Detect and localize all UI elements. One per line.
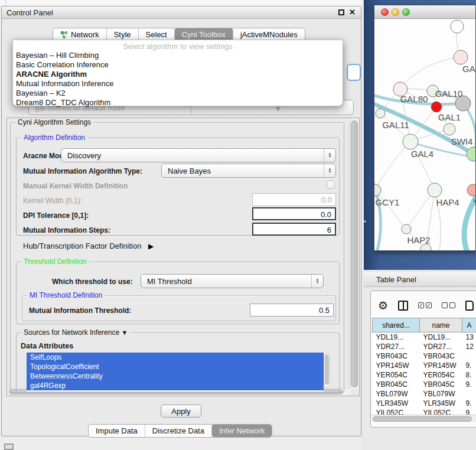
algorithm-dropdown-placeholder: Select algorithm to view settings — [13, 40, 343, 51]
hub-transcription-factor-section[interactable]: Hub/Transcription Factor Definition ▶ — [23, 242, 154, 250]
table-cell: YLR345W — [420, 399, 462, 408]
table-row[interactable]: YBR045CYBR045C9. — [373, 380, 476, 389]
table-cell: YBR043C — [373, 351, 420, 361]
table-header-name[interactable]: name — [420, 318, 462, 332]
document-icon[interactable] — [465, 301, 474, 311]
tab-impute-data[interactable]: Impute Data — [89, 425, 145, 437]
deselect-columns-icon[interactable] — [442, 302, 455, 308]
table-horizontal-scrollbar-thumb[interactable] — [373, 416, 472, 422]
node-gcy1[interactable] — [374, 184, 381, 196]
table-panel-titlebar[interactable]: Table Panel — [364, 272, 476, 287]
table-row[interactable]: YDL19...YDL19...13 — [373, 332, 476, 342]
panel-edge-tick — [5, 0, 6, 6]
collapsed-panel-icon[interactable] — [4, 444, 14, 450]
table-cell: YPR145W — [373, 361, 420, 370]
attributes-scrollbar[interactable] — [324, 354, 330, 388]
network-icon — [60, 31, 68, 39]
manual-kernel-width-checkbox[interactable] — [327, 181, 335, 189]
node-label-GAL11: GAL11 — [382, 120, 409, 130]
zoom-traffic-light[interactable] — [402, 8, 410, 16]
tab-discretize-data[interactable]: Discretize Data — [145, 425, 212, 437]
table-toolbar: ⚙ ✓✓ — [378, 298, 474, 313]
close-icon[interactable]: ✕ — [349, 8, 356, 17]
tab-infer-network[interactable]: Infer Network — [212, 425, 272, 437]
table-header-shared...[interactable]: shared... — [373, 318, 420, 332]
data-attribute-item[interactable]: TopologicalCoefficient — [27, 362, 324, 371]
algorithm-option[interactable]: Dream8 DC_TDC Algorithm — [13, 98, 343, 107]
table-row[interactable]: YLR345WYLR345W9. — [373, 399, 476, 408]
table-horizontal-scrollbar[interactable] — [371, 415, 476, 422]
table-cell: YBR043C — [420, 351, 462, 361]
columns-icon[interactable] — [398, 301, 408, 311]
node-hap4[interactable] — [428, 183, 442, 197]
vertical-scrollbar-thumb[interactable] — [351, 120, 358, 387]
checked-box-icon: ✓ — [426, 302, 432, 308]
tab-style[interactable]: Style — [107, 28, 139, 41]
table-cell: 8. — [462, 370, 476, 380]
node-pink-right[interactable] — [467, 184, 475, 196]
unchecked-box-icon — [442, 302, 448, 308]
tab-network[interactable]: Network — [53, 28, 107, 41]
table-row[interactable]: YBL079WYBL079W — [373, 389, 476, 399]
table-cell: YBL079W — [373, 389, 420, 399]
algorithm-option[interactable]: Bayesian – K2 — [13, 89, 343, 98]
table-cell: 9. — [462, 380, 476, 389]
select-columns-icon[interactable]: ✓✓ — [418, 302, 432, 308]
panel-drag-handle[interactable]: ◂ — [363, 219, 367, 224]
data-attributes-list[interactable]: SelfLoopsTopologicalCoefficientBetweenne… — [27, 353, 324, 392]
tab-jactivemnodules[interactable]: jActiveMNodules — [233, 28, 305, 41]
node-gal-topright[interactable] — [454, 50, 468, 64]
data-attribute-item[interactable]: BetweennessCentrality — [27, 371, 324, 381]
algorithm-option[interactable]: Mutual Information Inference — [13, 79, 343, 89]
node-label-GAL4: GAL4 — [411, 149, 433, 159]
vertical-scrollbar[interactable] — [350, 119, 358, 389]
node-hap2[interactable] — [402, 224, 411, 234]
network-canvas[interactable]: GALGAL80GAL10GAL1GAL11GAL4SWI4GCY1HAP4YH… — [374, 19, 475, 250]
kernel-width-field[interactable]: 0.0 — [252, 193, 336, 206]
close-traffic-light[interactable] — [381, 8, 389, 16]
table-row[interactable]: YDR27...YDR27...12 — [373, 342, 476, 351]
tab-select[interactable]: Select — [139, 28, 175, 41]
table-cell: 9. — [462, 399, 476, 408]
table-cell: YBR045C — [420, 380, 462, 389]
mi-steps-field[interactable]: 6 — [252, 223, 336, 236]
table-cell: 13 — [462, 332, 476, 342]
gear-icon[interactable]: ⚙ — [378, 299, 388, 312]
node-gal1[interactable] — [444, 123, 455, 135]
network-window-titlebar[interactable] — [374, 5, 475, 19]
node-top-partial[interactable] — [451, 20, 464, 33]
node-gal11[interactable] — [376, 109, 385, 118]
algorithm-dropdown: Select algorithm to view settings Bayesi… — [12, 40, 343, 106]
table-header-A[interactable]: A — [462, 318, 476, 332]
algorithm-option[interactable]: Bayesian – Hill Climbing — [13, 51, 343, 60]
which-threshold-combo[interactable]: MI Threshold ▲▼ — [141, 274, 324, 288]
aracne-mode-value: Discovery — [61, 151, 324, 160]
table-row[interactable]: YER054CYER054C8. — [373, 370, 476, 380]
table-row[interactable]: YBR043CYBR043C — [373, 351, 476, 361]
attributes-scrollbar-thumb[interactable] — [325, 355, 329, 384]
float-window-icon[interactable] — [338, 9, 344, 15]
minimize-traffic-light[interactable] — [392, 8, 399, 16]
expanded-arrow-icon[interactable]: ▼ — [121, 329, 128, 336]
table-cell: YBL079W — [420, 389, 462, 399]
table-cell: YBR045C — [373, 380, 420, 389]
threshold-definition-legend: Threshold Definition — [21, 257, 89, 266]
mutual-information-threshold-label: Mutual Information Threshold: — [29, 306, 131, 315]
table-row[interactable]: YPR145WYPR145W9. — [373, 361, 476, 370]
dpi-tolerance-field[interactable]: 0.0 — [252, 207, 336, 220]
algorithm-option[interactable]: Basic Correlation Inference — [13, 60, 343, 70]
collapsed-arrow-icon[interactable]: ▶ — [148, 242, 154, 250]
data-attribute-item[interactable]: SelfLoops — [27, 353, 324, 362]
data-attribute-item[interactable]: gal4RGexp — [27, 381, 324, 390]
control-panel-titlebar[interactable]: Control Panel — [2, 6, 361, 19]
tab-style-label: Style — [114, 30, 131, 39]
tab-cyni-toolbox[interactable]: Cyni Toolbox — [175, 28, 233, 41]
combo-stepper-icon: ▲▼ — [324, 164, 335, 177]
aracne-mode-combo[interactable]: Discovery ▲▼ — [61, 148, 336, 162]
node-selected-red[interactable] — [431, 102, 442, 112]
mi-algorithm-type-combo[interactable]: Naive Bayes ▲▼ — [161, 164, 336, 178]
mutual-information-threshold-field[interactable]: 0.5 — [250, 304, 334, 317]
apply-button[interactable]: Apply — [161, 405, 201, 418]
node-gal4[interactable] — [403, 134, 418, 149]
algorithm-option[interactable]: ARACNE Algorithm — [13, 70, 343, 79]
